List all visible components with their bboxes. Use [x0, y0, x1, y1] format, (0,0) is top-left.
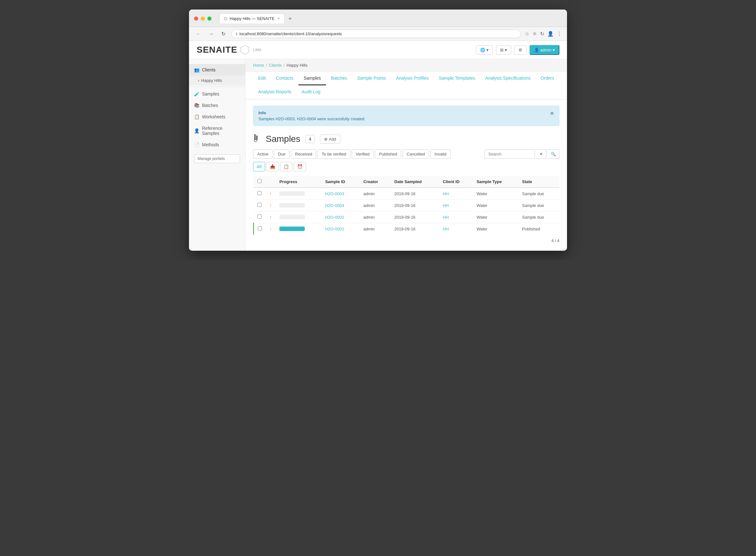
filter-active[interactable]: Active	[253, 149, 272, 159]
select-all-checkbox[interactable]	[258, 179, 262, 183]
add-sample-button[interactable]: ⊕ Add	[320, 135, 340, 144]
row-client-id[interactable]: HH	[443, 203, 449, 208]
row-sample-id[interactable]: H2O-0003	[325, 192, 344, 196]
row-checkbox[interactable]	[258, 203, 262, 207]
sidebar-item-samples[interactable]: 🧪 Samples	[189, 88, 245, 100]
tab-analysis-specifications[interactable]: Analysis Specifications	[480, 72, 535, 85]
sidebar-item-methods[interactable]: 📄 Methods	[189, 139, 245, 150]
close-tab-btn[interactable]: ✕	[277, 16, 280, 21]
tab-sample-templates[interactable]: Sample Templates	[433, 72, 480, 85]
row-date-sampled: 2019-09-16	[391, 187, 439, 200]
tab-edit[interactable]: Edit	[253, 72, 271, 85]
tab-favicon: ⬡	[224, 16, 227, 21]
row-progress	[275, 187, 321, 200]
info-box-content: Info Samples H2O-0003, H2O-0004 were suc…	[259, 110, 365, 121]
icon-filter-clock[interactable]: ⏰	[294, 162, 306, 171]
row-sample-id[interactable]: H2O-0002	[325, 215, 344, 220]
globe-icon: 🌐	[480, 47, 485, 53]
search-clear-button[interactable]: ✕	[536, 149, 546, 159]
row-sample-id[interactable]: H2O-0004	[325, 203, 344, 208]
filter-received[interactable]: Received	[291, 149, 316, 159]
user-icon[interactable]: 👤	[547, 31, 554, 37]
maximize-window-btn[interactable]	[207, 16, 212, 21]
settings-button[interactable]: ⚙	[514, 45, 526, 55]
table-row: ↑ H2O-0003 admin 2019-09-16 HH Water Sam…	[254, 187, 560, 200]
filter-verified[interactable]: Verified	[352, 149, 374, 159]
refresh-button[interactable]: ↻	[220, 30, 227, 37]
icon-filter-checkin[interactable]: 📥	[266, 162, 279, 171]
breadcrumb-sep-1: /	[266, 63, 267, 68]
breadcrumb-home[interactable]: Home	[253, 63, 264, 68]
tab-analysis-profiles[interactable]: Analysis Profiles	[391, 72, 434, 85]
row-checkbox[interactable]	[258, 191, 262, 195]
row-client-id[interactable]: HH	[443, 227, 449, 231]
row-client-id[interactable]: HH	[443, 215, 449, 220]
sidebar-divider-1	[189, 86, 245, 87]
user-menu-button[interactable]: 👤 admin ▾	[530, 45, 559, 55]
filter-cancelled[interactable]: Cancelled	[403, 149, 429, 159]
sort-up-icon: ↑	[270, 214, 272, 220]
tab-orders[interactable]: Orders	[536, 72, 559, 85]
extension-icon-1[interactable]: ⚛	[532, 31, 537, 37]
col-client-id: Client ID	[439, 176, 473, 187]
sort-up-icon: ↑	[270, 203, 272, 208]
info-box-close-button[interactable]: ✕	[550, 110, 554, 116]
menu-icon[interactable]: ⋮	[557, 31, 562, 37]
table-row: ↑ H2O-0002 admin 2019-09-16 HH Water Sam…	[254, 211, 560, 223]
sidebar-item-clients[interactable]: 👥 Clients	[189, 64, 245, 75]
filter-to-be-verified[interactable]: To be verified	[317, 149, 350, 159]
app-header: SENAITE LIMS 🌐 ▾ ⊞ ▾ ⚙ 👤 admin ▾	[189, 41, 567, 59]
grid-icon: ⊞	[500, 47, 503, 53]
icon-filter-clipboard[interactable]: 📋	[280, 162, 292, 171]
col-sample-type: Sample Type	[473, 176, 518, 187]
breadcrumb: Home / Clients / Happy Hills	[245, 59, 567, 72]
info-box-title: Info	[259, 110, 365, 115]
back-button[interactable]: ←	[194, 31, 203, 37]
icon-filter-all[interactable]: All	[253, 162, 265, 171]
globe-button[interactable]: 🌐 ▾	[476, 45, 493, 55]
tab-contacts[interactable]: Contacts	[271, 72, 298, 85]
row-sample-id[interactable]: H2O-0001	[325, 227, 344, 231]
extension-icon-2[interactable]: ↻	[540, 31, 544, 37]
sidebar-item-worksheets[interactable]: 📋 Worksheets	[189, 111, 245, 123]
filter-invalid[interactable]: Invalid	[430, 149, 451, 159]
tab-batches[interactable]: Batches	[326, 72, 352, 85]
sidebar-item-happy-hills[interactable]: › Happy Hills	[189, 75, 245, 85]
filter-published[interactable]: Published	[375, 149, 401, 159]
url-bar[interactable]: ℹ localhost:8080/senaite/clients/client-…	[231, 30, 521, 38]
tab-audit-log[interactable]: Audit Log	[297, 85, 325, 99]
add-label: Add	[329, 137, 336, 142]
search-go-button[interactable]: 🔍	[547, 149, 559, 159]
user-avatar-icon: 👤	[534, 47, 539, 53]
row-progress	[275, 200, 321, 211]
sidebar-item-batches[interactable]: 📚 Batches	[189, 100, 245, 111]
grid-button[interactable]: ⊞ ▾	[496, 45, 511, 55]
filter-due[interactable]: Due	[274, 149, 290, 159]
tab-analysis-reports[interactable]: Analysis Reports	[253, 85, 297, 99]
logo: SENAITE LIMS	[197, 45, 261, 55]
row-date-sampled: 2019-09-16	[391, 211, 439, 223]
tab-sample-points[interactable]: Sample Points	[352, 72, 391, 85]
sidebar-item-reference-samples[interactable]: 👤 Reference Samples	[189, 123, 245, 139]
browser-tab[interactable]: ⬡ Happy Hills — SENAITE ✕	[219, 13, 285, 24]
filter-bar: Active Due Received To be verified Verif…	[253, 149, 559, 159]
row-checkbox[interactable]	[258, 226, 262, 231]
row-checkbox[interactable]	[258, 214, 262, 219]
row-client-id[interactable]: HH	[443, 192, 449, 196]
main-content: Home / Clients / Happy Hills Edit Contac…	[245, 59, 567, 251]
tab-samples[interactable]: Samples	[298, 72, 326, 85]
forward-button[interactable]: →	[207, 31, 216, 37]
grid-btn-label: ▾	[505, 47, 507, 53]
security-icon: ℹ	[236, 32, 237, 36]
breadcrumb-clients[interactable]: Clients	[269, 63, 281, 68]
new-tab-button[interactable]: +	[286, 14, 295, 24]
svg-point-3	[254, 139, 257, 142]
bookmark-icon[interactable]: ☆	[525, 31, 529, 37]
close-window-btn[interactable]	[194, 16, 198, 21]
sidebar-item-samples-label: Samples	[202, 92, 219, 97]
manage-portlets-button[interactable]: Manage portlets	[194, 154, 240, 163]
sort-up-icon: ↑	[270, 226, 272, 231]
sidebar-item-batches-label: Batches	[202, 103, 218, 108]
minimize-window-btn[interactable]	[201, 16, 205, 21]
search-input[interactable]	[484, 149, 535, 159]
